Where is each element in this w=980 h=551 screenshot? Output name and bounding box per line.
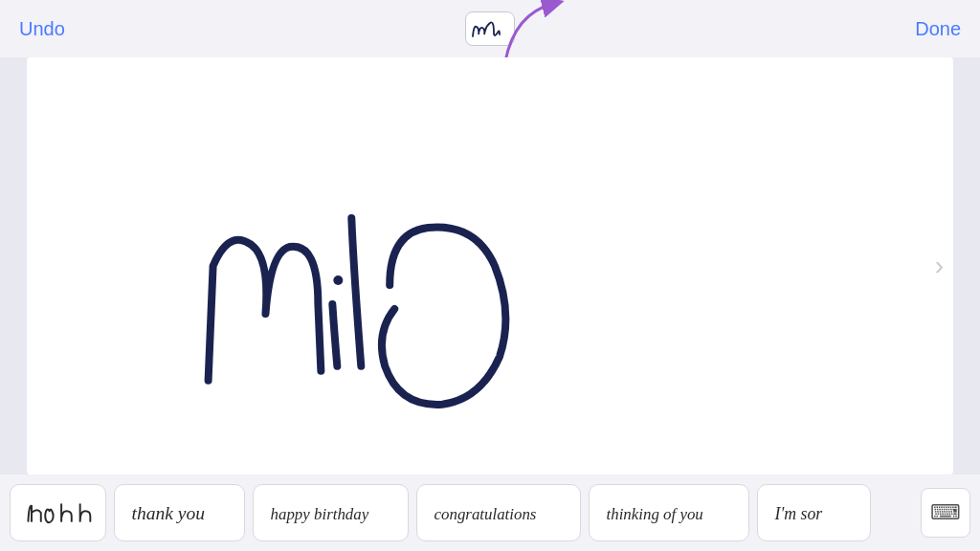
svg-text:congratulations: congratulations	[434, 505, 537, 523]
happy-birthday-svg: happy birthday	[267, 497, 394, 528]
svg-text:happy birthday: happy birthday	[270, 505, 368, 523]
done-button[interactable]: Done	[915, 18, 961, 40]
congratulations-svg: congratulations	[431, 497, 567, 528]
svg-point-1	[333, 276, 343, 285]
hello-svg	[24, 497, 92, 528]
suggestion-thank-you[interactable]: thank you	[114, 484, 245, 541]
next-chevron[interactable]: ›	[935, 251, 944, 281]
suggestion-im-sorry[interactable]: I'm sor	[757, 484, 871, 541]
handwriting-preview[interactable]	[465, 11, 515, 46]
svg-text:thank you: thank you	[132, 503, 206, 523]
suggestion-congratulations[interactable]: congratulations	[416, 484, 581, 541]
top-bar: Undo Done	[0, 0, 980, 57]
svg-text:thinking of you: thinking of you	[607, 505, 703, 523]
keyboard-icon: ⌨	[930, 500, 961, 525]
thank-you-svg: thank you	[128, 497, 231, 528]
arrow-container	[465, 11, 515, 46]
drawing-canvas[interactable]: ›	[27, 57, 953, 474]
suggestion-happy-birthday[interactable]: happy birthday	[253, 484, 409, 541]
preview-svg	[469, 15, 511, 42]
suggestion-hello[interactable]	[10, 484, 106, 541]
suggestion-bar: thank you happy birthday congratulations…	[0, 474, 980, 551]
svg-text:I'm sor: I'm sor	[774, 504, 823, 523]
thinking-of-you-svg: thinking of you	[603, 497, 735, 528]
keyboard-button[interactable]: ⌨	[921, 488, 970, 538]
im-sorry-svg: I'm sor	[771, 497, 857, 528]
undo-button[interactable]: Undo	[19, 18, 65, 40]
suggestion-thinking-of-you[interactable]: thinking of you	[589, 484, 749, 541]
handwriting-svg	[27, 57, 953, 474]
